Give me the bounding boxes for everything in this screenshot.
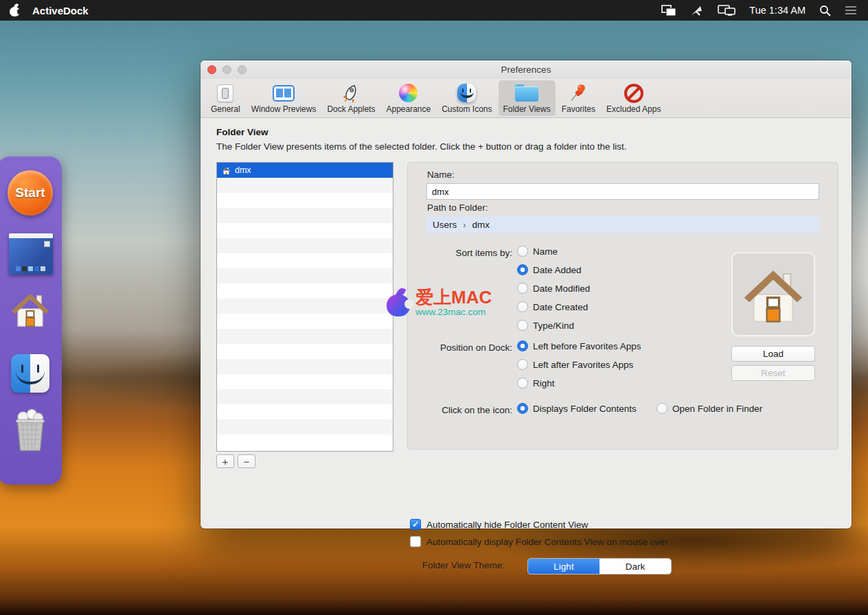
theme-segment-dark[interactable]: Dark (599, 559, 671, 574)
tab-window-previews[interactable]: Window Previews (247, 80, 321, 116)
prohibition-icon (624, 83, 643, 103)
tab-favorites[interactable]: Favorites (557, 80, 600, 116)
close-button[interactable] (207, 65, 216, 74)
folder-list[interactable]: dmx (216, 162, 393, 452)
radio-off-icon (517, 359, 528, 370)
watermark-url: www.23mac.com (415, 307, 492, 317)
radio-click-open-finder[interactable]: Open Folder in Finder (656, 403, 762, 414)
radio-off-icon (517, 246, 528, 257)
list-row-empty (217, 299, 393, 314)
start-button-label: Start (15, 185, 45, 200)
path-segment-dmx[interactable]: dmx (472, 220, 490, 230)
list-row-empty (217, 359, 393, 374)
theme-segmented-control: Light Dark (527, 558, 672, 575)
radio-position-before[interactable]: Left before Favorites Apps (517, 340, 641, 351)
checkbox-auto-hide[interactable]: Automatically hide Folder Content View (410, 519, 588, 530)
list-row-empty (217, 314, 393, 329)
section-heading: Folder View (216, 127, 269, 137)
radio-sort-date-created[interactable]: Date Created (517, 301, 588, 312)
checkbox-auto-display[interactable]: Automatically display Folder Contents Vi… (410, 536, 668, 547)
section-description: The Folder View presents items of the se… (216, 141, 626, 152)
watermark-apple-icon (387, 288, 410, 317)
path-segment-users[interactable]: Users (433, 220, 457, 230)
radio-click-displays-contents[interactable]: Displays Folder Contents (517, 403, 637, 414)
list-item-house-icon (222, 166, 231, 175)
tab-excluded-apps[interactable]: Excluded Apps (602, 80, 665, 116)
start-button[interactable]: Start (8, 170, 53, 216)
radio-position-after[interactable]: Left after Favorites Apps (517, 359, 633, 370)
cursor-tool-icon[interactable] (690, 5, 704, 16)
tab-folder-views[interactable]: Folder Views (499, 80, 556, 116)
tab-general[interactable]: General (206, 80, 245, 116)
list-row-empty (217, 344, 393, 359)
path-label: Path to Folder: (427, 202, 488, 213)
tab-custom-icons[interactable]: Custom Icons (437, 80, 496, 116)
list-row-empty (217, 404, 393, 419)
list-row-empty (217, 223, 393, 238)
general-switch-icon (217, 83, 233, 103)
list-row-empty (217, 268, 393, 283)
load-button[interactable]: Load (731, 346, 815, 362)
sort-items-label: Sort items by: (412, 248, 512, 258)
menu-clock[interactable]: Tue 1:34 AM (749, 5, 806, 16)
radio-off-icon (517, 301, 528, 312)
radio-position-right[interactable]: Right (517, 378, 555, 388)
watermark-title: 爱上MAC (415, 288, 492, 306)
zoom-button[interactable] (238, 65, 247, 74)
list-row-empty (217, 238, 393, 253)
list-row-empty (217, 329, 393, 344)
radio-sort-date-added[interactable]: Date Added (517, 264, 582, 275)
name-label: Name: (427, 170, 455, 180)
rocket-icon (342, 83, 360, 103)
finder-face-icon (457, 83, 476, 103)
window-previews-icon (273, 83, 295, 103)
path-breadcrumb[interactable]: Users › dmx (426, 216, 819, 233)
theme-segment-light[interactable]: Light (528, 559, 599, 574)
minimize-button[interactable] (222, 65, 231, 74)
mission-control-icon[interactable] (661, 5, 676, 16)
title-bar[interactable]: Preferences (201, 60, 852, 79)
name-input[interactable] (426, 183, 819, 200)
path-chevron-icon: › (463, 220, 466, 230)
list-row-empty (217, 208, 393, 223)
active-dock: Start (0, 156, 62, 485)
radio-off-icon (517, 378, 528, 388)
trash-icon[interactable] (10, 409, 50, 456)
finder-icon[interactable] (11, 354, 49, 393)
position-label: Position on Dock: (412, 343, 512, 353)
checkbox-unchecked-icon (410, 536, 421, 547)
search-icon[interactable] (819, 5, 831, 16)
checkbox-checked-icon (410, 519, 421, 530)
theme-label: Folder View Theme: (404, 560, 505, 570)
apple-menu-icon[interactable] (10, 4, 20, 16)
desktop: ActiveDock Tue 1:34 AM Start (0, 0, 868, 615)
icon-preview-well[interactable] (731, 252, 815, 336)
list-row-empty (217, 193, 393, 208)
remove-folder-button[interactable]: − (238, 454, 255, 468)
list-row-empty (217, 389, 393, 404)
preferences-toolbar: General Window Previews Dock Applets (201, 79, 852, 118)
radio-off-icon (517, 320, 528, 331)
list-item-dmx[interactable]: dmx (217, 163, 393, 178)
app-menu-name[interactable]: ActiveDock (32, 5, 89, 16)
watermark: 爱上MAC www.23mac.com (387, 288, 492, 317)
add-folder-button[interactable]: + (216, 454, 234, 468)
radio-off-icon (517, 283, 528, 294)
menu-bar: ActiveDock Tue 1:34 AM (0, 0, 868, 21)
desktop-preview-thumbnail[interactable] (9, 233, 53, 275)
house-preview-icon (741, 262, 806, 327)
tab-appearance[interactable]: Appearance (381, 80, 435, 116)
color-sphere-icon (399, 83, 418, 103)
displays-icon[interactable] (718, 4, 735, 16)
list-row-empty (217, 283, 393, 299)
radio-on-icon (517, 264, 528, 275)
radio-sort-type-kind[interactable]: Type/Kind (517, 320, 574, 331)
radio-sort-name[interactable]: Name (517, 246, 558, 257)
home-folder-icon[interactable] (10, 288, 51, 332)
notification-center-icon[interactable] (845, 5, 857, 15)
tab-dock-applets[interactable]: Dock Applets (322, 80, 380, 116)
radio-sort-date-modified[interactable]: Date Modified (517, 283, 590, 294)
radio-off-icon (656, 403, 667, 414)
list-row-empty (217, 434, 393, 450)
blue-folder-icon (515, 83, 538, 103)
